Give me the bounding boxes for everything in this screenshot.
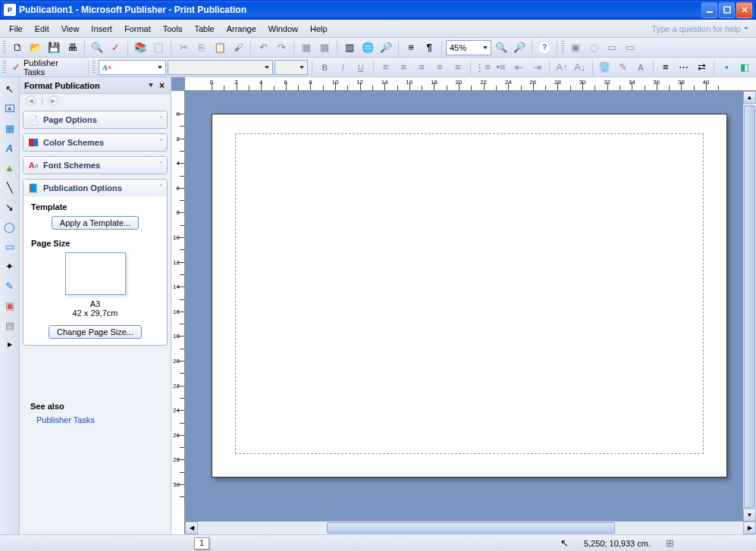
taskpane-forward-icon[interactable]: ► [48,95,58,106]
decrease-font-button[interactable]: A↓ [572,59,588,76]
canvas-viewport[interactable] [185,91,756,521]
item-library-tool[interactable]: ▤ [2,317,18,333]
font-color-button[interactable]: A [632,59,649,76]
distribute-button[interactable]: ≡ [450,59,466,76]
menu-table[interactable]: Table [188,22,220,36]
page-canvas[interactable] [212,114,727,477]
research-button[interactable]: 📚 [132,39,149,56]
paste-special-button[interactable]: 📋 [150,39,167,56]
align-justify-button[interactable]: ≡ [431,59,448,76]
expand-tool[interactable]: ▶ [2,337,18,353]
font-dropdown[interactable] [168,60,273,75]
align-right-button[interactable]: ≡ [413,59,430,76]
print-preview-button[interactable]: 🔍 [89,39,105,56]
change-page-size-button[interactable]: Change Page Size... [49,325,142,339]
line-tool[interactable]: ╲ [2,179,18,196]
copy-button[interactable]: ⎘ [193,39,210,56]
publication-options-header[interactable]: 📘 Publication Options ˆ [24,180,167,196]
next-textbox-button[interactable]: ▭ [622,39,638,56]
columns-button[interactable]: ▥ [341,39,358,56]
send-back-button[interactable]: ▩ [316,39,333,56]
style-dropdown[interactable]: Aa [99,60,166,75]
scroll-right-button[interactable]: ▶ [743,521,756,534]
font-schemes-section[interactable]: Aa Font Schemes ˇ [23,156,168,174]
apply-template-button[interactable]: Apply a Template... [52,216,139,230]
bookmark-tool[interactable]: ✎ [2,277,18,294]
menu-arrange[interactable]: Arrange [221,22,262,36]
zoom-in-button[interactable]: 🔎 [511,39,528,56]
new-button[interactable]: 🗋 [9,39,26,56]
picture-tool[interactable]: ▲ [2,159,18,176]
help-button[interactable]: ? [536,39,553,56]
paste-button[interactable]: 📋 [212,39,228,56]
menu-format[interactable]: Format [118,22,157,36]
open-button[interactable]: 📂 [27,39,44,56]
disable-graphics-button[interactable]: ◌ [585,39,602,56]
oval-tool[interactable]: ◯ [2,218,18,235]
show-hide-button[interactable]: ≡ [403,39,419,56]
close-button[interactable] [736,2,752,18]
taskpane-back-icon[interactable]: ◄ [26,95,36,106]
underline-button[interactable]: U [353,59,369,76]
design-gallery-tool[interactable]: ▣ [2,297,18,314]
paragraph-marks-button[interactable]: ¶ [421,39,438,56]
increase-font-button[interactable]: A↑ [554,59,570,76]
toolbar-grip[interactable] [3,41,6,55]
web-preview-button[interactable]: 🔎 [378,39,394,56]
save-button[interactable]: 💾 [45,39,62,56]
undo-button[interactable]: ↶ [255,39,271,56]
maximize-button[interactable] [719,2,735,18]
bullets-button[interactable]: •≡ [493,59,510,76]
format-painter-button[interactable]: 🖌 [230,39,246,56]
arrow-tool[interactable]: ↘ [2,199,18,215]
help-search[interactable]: Type a question for help [648,23,753,35]
wordart-tool[interactable]: A [2,139,18,156]
align-center-button[interactable]: ≡ [395,59,412,76]
publisher-tasks-button[interactable]: ✓Publisher Tasks [9,58,84,77]
rectangle-tool[interactable]: ▭ [2,238,18,255]
page-tab-1[interactable]: 1 [194,537,209,549]
redo-button[interactable]: ↷ [273,39,290,56]
taskpane-close-icon[interactable]: × [158,80,166,91]
toolbar-grip-4[interactable] [93,61,96,74]
page-navigator[interactable]: 1 [194,537,209,549]
toolbar-grip-2[interactable] [561,41,564,55]
menu-view[interactable]: View [55,22,86,36]
previous-textbox-button[interactable]: ▭ [604,39,620,56]
textbox-tool[interactable]: A [2,100,18,117]
menu-insert[interactable]: Insert [85,22,118,36]
line-style-button[interactable]: ≡ [657,59,674,76]
align-left-button[interactable]: ≡ [378,59,394,76]
enable-graphics-button[interactable]: ▣ [567,39,584,56]
numbering-button[interactable]: ⋮≡ [475,59,491,76]
minimize-button[interactable] [701,2,717,18]
taskpane-menu-icon[interactable] [149,83,153,87]
line-color-button[interactable]: ✎ [614,59,631,76]
toolbar-grip-3[interactable] [3,61,6,74]
fontsize-dropdown[interactable] [274,60,309,75]
autoshapes-tool[interactable]: ✦ [2,258,18,274]
menu-help[interactable]: Help [304,22,334,36]
vertical-ruler[interactable]: 024681012141618202224262830 [171,91,185,534]
page-thumbnail[interactable] [65,252,126,295]
menu-edit[interactable]: Edit [29,22,55,36]
spellcheck-button[interactable]: ✓ [107,39,124,56]
print-button[interactable]: 🖶 [64,39,80,56]
menu-window[interactable]: Window [262,22,304,36]
italic-button[interactable]: I [334,59,351,76]
horizontal-ruler[interactable]: 0246810121416182022242628303234363840 [185,77,756,91]
bring-forward-button[interactable]: ▦ [298,39,315,56]
menu-file[interactable]: File [3,22,29,36]
hyperlink-button[interactable]: 🌐 [359,39,376,56]
vertical-scrollbar[interactable]: ▲ ▼ [743,91,756,521]
table-tool[interactable]: ▦ [2,120,18,136]
arrow-style-button[interactable]: ⇄ [694,59,711,76]
menu-tools[interactable]: Tools [157,22,189,36]
zoom-out-button[interactable]: 🔍 [493,39,510,56]
increase-indent-button[interactable]: ⇥ [529,59,545,76]
3d-button[interactable]: ◧ [736,59,753,76]
color-schemes-section[interactable]: Color Schemes ˇ [23,133,168,152]
publisher-tasks-link[interactable]: Publisher Tasks [30,414,160,426]
select-tool[interactable]: ↖ [2,80,18,97]
page-options-section[interactable]: 📄 Page Options ˇ [23,111,168,129]
